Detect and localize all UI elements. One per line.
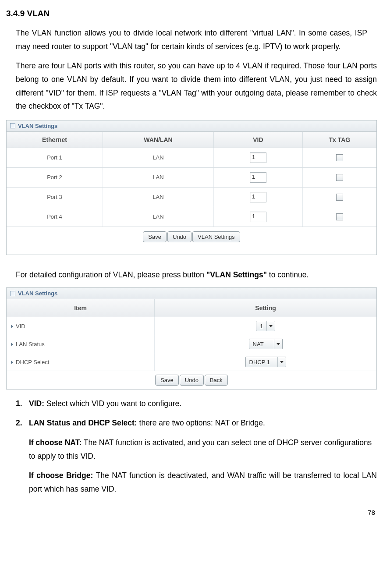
txtag-checkbox[interactable] [336, 174, 343, 181]
vlan-ports-table: Ethernet WAN/LAN VID Tx TAG Port 1 LAN 1… [7, 132, 376, 247]
dhcp-select[interactable]: DHCP 1 [245, 357, 286, 367]
section-heading: 3.4.9 VLAN [6, 9, 377, 18]
cell-ethernet: Port 3 [7, 187, 103, 207]
cell-ethernet: Port 1 [7, 148, 103, 167]
triangle-icon [11, 343, 13, 346]
cell-ethernet: Port 2 [7, 167, 103, 187]
lan-status-select[interactable]: NAT [249, 339, 283, 349]
chevron-down-icon [274, 339, 282, 349]
intro-paragraph-1: The VLAN function allows you to divide l… [16, 26, 367, 53]
list-bold: VID: [29, 399, 44, 408]
list-text: Select which VID you want to configure. [44, 399, 181, 408]
col-setting: Setting [155, 299, 376, 317]
sub-bold: If choose NAT: [29, 438, 82, 447]
cell-wanlan: LAN [103, 207, 213, 227]
panel-title-icon [10, 123, 15, 128]
setting-cell: 1 [155, 317, 376, 335]
chevron-down-icon [277, 357, 286, 367]
cell-vid: 1 [214, 207, 303, 227]
mid-text-bold: "VLAN Settings" [206, 270, 267, 279]
sub-paragraph: If choose Bridge: The NAT function is de… [29, 469, 377, 496]
col-vid: VID [214, 132, 303, 148]
setting-cell: NAT [155, 335, 376, 353]
cell-wanlan: LAN [103, 148, 213, 167]
sub-bold: If choose Bridge: [29, 471, 93, 480]
table-row: Port 1 LAN 1 [7, 148, 376, 167]
table-header-row: Item Setting [7, 299, 376, 317]
table-row: Port 3 LAN 1 [7, 187, 376, 207]
item-cell: VID [7, 317, 155, 335]
intro-paragraph-2: There are four LAN ports with this route… [16, 59, 377, 113]
txtag-checkbox[interactable] [336, 194, 343, 201]
vid-input[interactable]: 1 [250, 192, 266, 202]
cell-txtag [302, 207, 376, 227]
list-number: 2. [16, 417, 29, 430]
save-button[interactable]: Save [155, 375, 179, 386]
chevron-down-icon [266, 321, 275, 331]
col-txtag: Tx TAG [302, 132, 376, 148]
back-button[interactable]: Back [205, 375, 228, 386]
sub-paragraph: If choose NAT: The NAT function is activ… [29, 436, 377, 463]
page-number: 78 [6, 509, 377, 516]
panel-title-text: VLAN Settings [18, 123, 57, 129]
table-row: Port 4 LAN 1 [7, 207, 376, 227]
item-label: LAN Status [16, 341, 45, 347]
vid-input[interactable]: 1 [250, 172, 266, 183]
vid-select[interactable]: 1 [256, 321, 275, 331]
select-value: NAT [249, 341, 274, 347]
panel-spacer [7, 247, 376, 255]
panel-title: VLAN Settings [7, 120, 376, 132]
triangle-icon [11, 361, 13, 364]
mid-text-post: to continue. [267, 270, 309, 279]
col-item: Item [7, 299, 155, 317]
cell-wanlan: LAN [103, 167, 213, 187]
item-cell: DHCP Select [7, 353, 155, 371]
panel-title: VLAN Settings [7, 288, 376, 299]
item-cell: LAN Status [7, 335, 155, 353]
vlan-settings-button[interactable]: VLAN Settings [192, 231, 240, 242]
undo-button[interactable]: Undo [180, 375, 204, 386]
table-row: VID 1 [7, 317, 376, 335]
numbered-list: 1.VID: Select which VID you want to conf… [6, 397, 377, 496]
panel-title-text: VLAN Settings [18, 290, 57, 297]
vid-input[interactable]: 1 [250, 152, 266, 163]
table-header-row: Ethernet WAN/LAN VID Tx TAG [7, 132, 376, 148]
vlan-settings-figure: VLAN Settings Item Setting VID 1 LAN Sta… [6, 287, 377, 390]
txtag-checkbox[interactable] [336, 213, 343, 220]
save-button[interactable]: Save [143, 231, 167, 242]
vlan-ports-panel: VLAN Settings Ethernet WAN/LAN VID Tx TA… [6, 120, 377, 255]
cell-txtag [302, 187, 376, 207]
triangle-icon [11, 325, 13, 328]
undo-button[interactable]: Undo [167, 231, 192, 242]
list-bold: LAN Status and DHCP Select: [29, 418, 137, 427]
cell-txtag [302, 148, 376, 167]
table-row: Port 2 LAN 1 [7, 167, 376, 187]
cell-vid: 1 [214, 148, 303, 167]
table-row: LAN Status NAT [7, 335, 376, 353]
cell-ethernet: Port 4 [7, 207, 103, 227]
list-number: 1. [16, 397, 29, 411]
cell-wanlan: LAN [103, 187, 213, 207]
list-item: 2.LAN Status and DHCP Select: there are … [16, 417, 377, 430]
col-ethernet: Ethernet [7, 132, 103, 148]
list-item: 1.VID: Select which VID you want to conf… [16, 397, 377, 411]
cell-txtag [302, 167, 376, 187]
mid-paragraph: For detailed configuration of VLAN, plea… [16, 268, 367, 282]
cell-vid: 1 [214, 167, 303, 187]
mid-text-pre: For detailed configuration of VLAN, plea… [16, 270, 206, 279]
table-row: DHCP Select DHCP 1 [7, 353, 376, 371]
cell-vid: 1 [214, 187, 303, 207]
col-wanlan: WAN/LAN [103, 132, 213, 148]
button-row: SaveUndoVLAN Settings [7, 227, 376, 247]
setting-cell: DHCP 1 [155, 353, 376, 371]
vlan-settings-table: Item Setting VID 1 LAN Status NAT [7, 299, 376, 389]
select-value: DHCP 1 [246, 359, 277, 365]
txtag-checkbox[interactable] [336, 154, 343, 161]
panel-title-icon [10, 291, 15, 296]
item-label: DHCP Select [16, 359, 49, 365]
item-label: VID [16, 323, 25, 329]
vid-input[interactable]: 1 [250, 212, 266, 222]
vlan-settings-panel: VLAN Settings Item Setting VID 1 LAN Sta… [6, 287, 377, 390]
button-row: SaveUndoBack [7, 371, 376, 390]
select-value: 1 [256, 323, 266, 329]
